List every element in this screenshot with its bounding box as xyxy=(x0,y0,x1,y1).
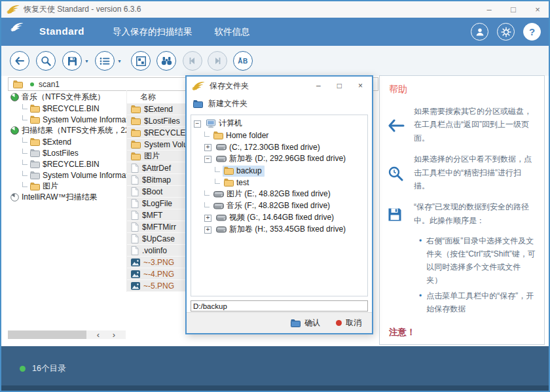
dialog-maximize-button[interactable]: □ xyxy=(337,81,342,90)
toolbar-save-button[interactable] xyxy=(62,51,82,71)
column-header-name[interactable]: 名称 xyxy=(127,90,187,103)
toolbar-search-button[interactable] xyxy=(36,51,56,71)
tree-item[interactable]: $RECYCLE.BIN xyxy=(8,103,126,114)
tree-item-label: System Volume Information xyxy=(43,115,126,124)
tree-item-content: 计算机 xyxy=(204,117,245,130)
collapse-toggle-icon[interactable] xyxy=(204,156,211,163)
gear-icon xyxy=(501,27,511,37)
header-icons: ? xyxy=(471,23,541,41)
destination-tree-item[interactable]: 图片 (E:, 48.82GB fixed drive) xyxy=(191,188,367,200)
dialog-minimize-button[interactable]: – xyxy=(316,81,321,90)
tree-item[interactable]: IntelliRAW™扫描结果 xyxy=(8,192,126,203)
help-button[interactable]: ? xyxy=(523,23,541,41)
toolbar-encoding-button[interactable]: ĀB xyxy=(233,51,253,71)
hscroll-left-arrow[interactable] xyxy=(90,330,106,339)
tree-item[interactable]: 图片 xyxy=(8,181,126,192)
file-name: ~-4.PNG xyxy=(143,270,174,279)
file-icon xyxy=(131,187,139,196)
view-list-dropdown-arrow-icon[interactable] xyxy=(117,59,122,63)
file-row[interactable]: $UpCase xyxy=(127,233,187,245)
menu-import-scan-results[interactable]: 导入保存的扫描结果 xyxy=(113,26,192,38)
file-row[interactable]: .volinfo xyxy=(127,245,187,257)
save-dropdown-arrow-icon[interactable] xyxy=(84,59,89,63)
toolbar-back-button[interactable] xyxy=(10,51,29,71)
file-row[interactable]: ~-5.PNG xyxy=(127,280,187,292)
file-row[interactable]: $AttrDef xyxy=(127,162,187,174)
destination-tree-item[interactable]: (C:, 172.30GB fixed drive) xyxy=(191,141,367,153)
app-logo-icon xyxy=(7,5,20,14)
destination-tree-item[interactable]: 视频 (G:, 14.64GB fixed drive) xyxy=(191,212,367,224)
expand-toggle-icon[interactable] xyxy=(204,226,211,234)
file-name: $AttrDef xyxy=(142,164,171,173)
file-row[interactable]: System Volume Information xyxy=(127,139,187,151)
titlebar: 恢复天使 Standard - version 6.3.6 – □ × xyxy=(1,1,549,18)
hscroll-right-arrow[interactable] xyxy=(106,330,122,339)
file-row[interactable]: 图片 xyxy=(127,151,187,162)
settings-button[interactable] xyxy=(497,23,515,41)
account-button[interactable] xyxy=(471,23,488,41)
file-row[interactable]: $LostFiles xyxy=(127,115,187,127)
file-row[interactable]: ~-3.PNG xyxy=(127,257,187,268)
destination-tree-item[interactable]: 计算机 xyxy=(191,118,367,130)
computer-icon xyxy=(206,119,216,128)
expand-toggle-icon[interactable] xyxy=(204,215,211,222)
tree-item[interactable]: System Volume Information xyxy=(8,114,126,125)
tree-item-content: 视频 (G:, 14.64GB fixed drive) xyxy=(215,211,337,224)
destination-tree-item[interactable]: 新加卷 (D:, 292.96GB fixed drive) xyxy=(191,153,367,165)
pie-green-icon xyxy=(10,93,19,101)
tree-item[interactable]: $LostFiles xyxy=(8,147,126,158)
file-row[interactable]: $MFT xyxy=(127,209,187,221)
tree-item[interactable]: $RECYCLE.BIN xyxy=(8,158,126,169)
file-name: $MFT xyxy=(142,211,162,220)
file-icon xyxy=(131,246,139,255)
hscroll-thumb[interactable] xyxy=(8,330,86,339)
dialog-close-button[interactable]: × xyxy=(358,81,363,90)
tree-item[interactable]: $Extend xyxy=(8,136,126,147)
tree-item[interactable]: 扫描结果（NTFS文件系统，224.44 xyxy=(8,125,126,136)
scan-tab-label: scan1 xyxy=(39,80,60,89)
tree-item[interactable]: 音乐（NTFS文件系统） xyxy=(8,92,126,103)
save-path-input[interactable] xyxy=(191,300,368,312)
file-row[interactable]: $Extend xyxy=(127,103,187,115)
toolbar-next-button[interactable] xyxy=(208,51,227,71)
bullet-text: 右侧“面板”目录中选择文件及文件夹（按住“Ctrl”或“Shift”键，可以同时… xyxy=(426,235,536,287)
tree-item-label: 扫描结果（NTFS文件系统，224.44 xyxy=(22,125,126,136)
destination-tree-item[interactable]: test xyxy=(191,177,367,188)
maximize-button[interactable]: □ xyxy=(509,5,518,14)
confirm-button[interactable]: 确认 xyxy=(291,317,320,329)
collapse-toggle-icon[interactable] xyxy=(194,120,201,128)
folder-icon xyxy=(213,131,223,139)
destination-tree-item[interactable]: Home folder xyxy=(191,130,367,141)
close-button[interactable]: × xyxy=(533,5,542,14)
dialog-title: 保存文件夹 xyxy=(210,80,249,92)
partition-tree: 音乐（NTFS文件系统）$RECYCLE.BINSystem Volume In… xyxy=(8,92,126,203)
file-row[interactable]: $Boot xyxy=(127,186,187,198)
file-row[interactable]: $RECYCLE.BIN xyxy=(127,127,187,139)
tree-item-label: $RECYCLE.BIN xyxy=(43,160,100,169)
drive-icon xyxy=(216,155,227,162)
file-row[interactable]: $Bitmap xyxy=(127,174,187,186)
toolbar-view-list-button[interactable] xyxy=(95,51,115,71)
toolbar-prev-button[interactable] xyxy=(183,51,202,71)
help-save-icon xyxy=(388,202,402,227)
drive-icon xyxy=(213,202,224,209)
cancel-button[interactable]: 取消 xyxy=(336,317,361,329)
destination-tree-item[interactable]: backup xyxy=(191,165,367,177)
destination-tree-item[interactable]: 新加卷 (H:, 353.45GB fixed drive) xyxy=(191,224,367,236)
new-folder-label: 新建文件夹 xyxy=(208,98,248,109)
tree-item[interactable]: System Volume Information xyxy=(8,169,126,181)
image-icon xyxy=(131,282,140,290)
menu-software-info[interactable]: 软件信息 xyxy=(215,26,250,38)
file-row[interactable]: $LogFile xyxy=(127,198,187,209)
new-folder-button[interactable]: 新建文件夹 xyxy=(187,95,372,113)
tree-branch-icon xyxy=(22,160,28,165)
destination-tree-item[interactable]: 音乐 (F:, 48.82GB fixed drive) xyxy=(191,200,367,212)
tree-item-label: System Volume Information xyxy=(43,171,126,180)
file-row[interactable]: $MFTMirr xyxy=(127,221,187,233)
minimize-button[interactable]: – xyxy=(485,5,494,14)
expand-toggle-icon[interactable] xyxy=(204,144,211,151)
file-row[interactable]: ~-4.PNG xyxy=(127,268,187,280)
app-window: 恢复天使 Standard - version 6.3.6 – □ × Stan… xyxy=(0,0,550,392)
toolbar-panels-button[interactable] xyxy=(131,51,151,71)
toolbar-binoculars-button[interactable] xyxy=(156,51,176,71)
